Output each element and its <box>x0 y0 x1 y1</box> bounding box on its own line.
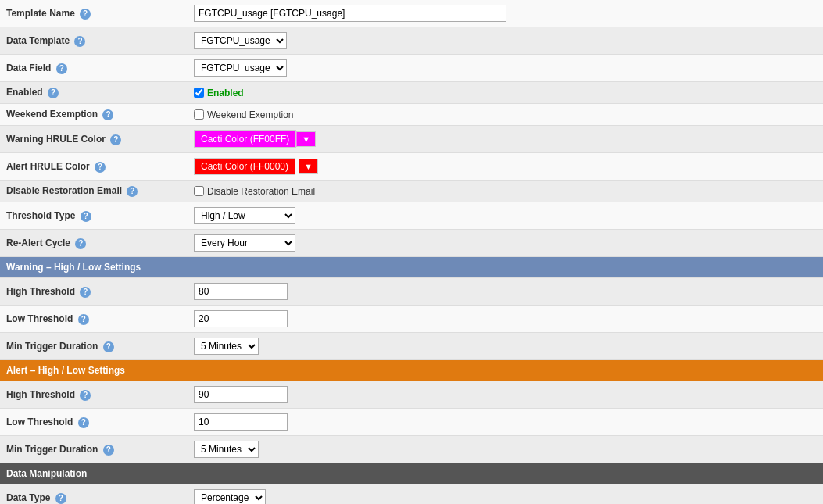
warning-min-trigger-label: Min Trigger Duration ? <box>0 333 188 360</box>
alert-section-header: Alert – High / Low Settings <box>0 360 823 381</box>
weekend-exemption-text: Weekend Exemption <box>207 109 294 120</box>
disable-restoration-label: Disable Restoration Email ? <box>0 181 188 202</box>
weekend-exemption-value-cell: Weekend Exemption <box>188 104 823 126</box>
threshold-type-row: Threshold Type ? High / Low <box>0 202 823 230</box>
weekend-exemption-label: Weekend Exemption ? <box>0 104 188 126</box>
alert-high-info-icon[interactable]: ? <box>80 390 91 401</box>
warning-section-title: Warning – High / Low Settings <box>0 257 823 278</box>
re-alert-label: Re-Alert Cycle ? <box>0 230 188 257</box>
warning-min-trigger-value-cell: 5 Minutes <box>188 333 823 360</box>
enabled-checkbox-label: Enabled <box>194 88 817 98</box>
alert-color-arrow-icon[interactable]: ▼ <box>299 159 318 174</box>
alert-low-threshold-input[interactable] <box>194 413 288 431</box>
warning-high-threshold-row: High Threshold ? <box>0 278 823 306</box>
data-field-info-icon[interactable]: ? <box>56 63 67 74</box>
disable-restoration-text: Disable Restoration Email <box>207 186 315 197</box>
data-template-select[interactable]: FGTCPU_usage <box>194 32 287 49</box>
data-template-row: Data Template ? FGTCPU_usage <box>0 27 823 55</box>
data-type-info-icon[interactable]: ? <box>55 493 66 504</box>
warning-hrule-row: Warning HRULE Color ? Cacti Color (FF00F… <box>0 126 823 153</box>
alert-color-text: Cacti Color (FF0000) <box>194 158 295 175</box>
alert-hrule-label: Alert HRULE Color ? <box>0 153 188 181</box>
data-template-value-cell: FGTCPU_usage <box>188 27 823 55</box>
data-type-row: Data Type ? Percentage <box>0 484 823 505</box>
data-manipulation-section-header: Data Manipulation <box>0 463 823 484</box>
alert-low-threshold-value-cell <box>188 409 823 436</box>
warning-high-threshold-input[interactable] <box>194 283 288 300</box>
alert-color-selector[interactable]: Cacti Color (FF0000) ▼ <box>194 158 318 175</box>
data-field-value-cell: FGTCPU_usage <box>188 55 823 82</box>
enabled-info-icon[interactable]: ? <box>48 88 59 98</box>
alert-min-trigger-info-icon[interactable]: ? <box>103 445 114 456</box>
alert-hrule-info-icon[interactable]: ? <box>95 162 106 173</box>
alert-high-threshold-row: High Threshold ? <box>0 381 823 409</box>
re-alert-row: Re-Alert Cycle ? Every Hour <box>0 230 823 257</box>
alert-high-threshold-label: High Threshold ? <box>0 381 188 409</box>
alert-high-threshold-value-cell <box>188 381 823 409</box>
warning-min-trigger-row: Min Trigger Duration ? 5 Minutes <box>0 333 823 360</box>
re-alert-info-icon[interactable]: ? <box>75 238 86 249</box>
warning-min-trigger-select[interactable]: 5 Minutes <box>194 338 259 355</box>
threshold-type-select[interactable]: High / Low <box>194 207 295 224</box>
threshold-type-info-icon[interactable]: ? <box>81 211 91 222</box>
threshold-type-label: Threshold Type ? <box>0 202 188 230</box>
weekend-exemption-row: Weekend Exemption ? Weekend Exemption <box>0 104 823 126</box>
alert-min-trigger-row: Min Trigger Duration ? 5 Minutes <box>0 436 823 463</box>
alert-low-info-icon[interactable]: ? <box>78 417 89 428</box>
warning-color-text: Cacti Color (FF00FF) <box>194 130 296 148</box>
warning-section-header: Warning – High / Low Settings <box>0 257 823 278</box>
disable-restoration-value-cell: Disable Restoration Email <box>188 181 823 202</box>
data-template-label: Data Template ? <box>0 27 188 55</box>
warning-high-threshold-label: High Threshold ? <box>0 278 188 306</box>
warning-high-threshold-value-cell <box>188 278 823 306</box>
warning-color-arrow-icon[interactable]: ▼ <box>296 131 316 147</box>
alert-hrule-row: Alert HRULE Color ? Cacti Color (FF0000)… <box>0 153 823 181</box>
template-name-value-cell <box>188 0 823 27</box>
data-type-select[interactable]: Percentage <box>194 489 266 504</box>
warning-min-trigger-info-icon[interactable]: ? <box>103 341 114 352</box>
warning-low-threshold-label: Low Threshold ? <box>0 306 188 333</box>
enabled-value-cell: Enabled <box>188 82 823 104</box>
weekend-exemption-checkbox[interactable] <box>194 109 204 120</box>
data-type-label: Data Type ? <box>0 484 188 505</box>
alert-section-title: Alert – High / Low Settings <box>0 360 823 381</box>
disable-restoration-checkbox[interactable] <box>194 186 204 196</box>
data-type-value-cell: Percentage <box>188 484 823 505</box>
warning-low-threshold-input[interactable] <box>194 310 288 327</box>
template-name-input[interactable] <box>194 5 506 22</box>
alert-min-trigger-label: Min Trigger Duration ? <box>0 436 188 463</box>
warning-hrule-value-cell: Cacti Color (FF00FF) ▼ <box>188 126 823 153</box>
template-name-info-icon[interactable]: ? <box>80 9 91 20</box>
data-field-label: Data Field ? <box>0 55 188 82</box>
data-manipulation-section-title: Data Manipulation <box>0 463 823 484</box>
warning-low-info-icon[interactable]: ? <box>78 314 89 325</box>
alert-high-threshold-input[interactable] <box>194 386 288 403</box>
disable-restoration-checkbox-label: Disable Restoration Email <box>194 186 817 197</box>
warning-high-info-icon[interactable]: ? <box>80 287 91 298</box>
settings-form: Template Name ? Data Template ? FGTCPU_u… <box>0 0 823 504</box>
data-field-row: Data Field ? FGTCPU_usage <box>0 55 823 82</box>
weekend-exemption-info-icon[interactable]: ? <box>102 109 113 120</box>
warning-low-threshold-row: Low Threshold ? <box>0 306 823 333</box>
warning-color-selector[interactable]: Cacti Color (FF00FF) ▼ <box>194 130 316 148</box>
warning-hrule-info-icon[interactable]: ? <box>110 134 121 145</box>
re-alert-select[interactable]: Every Hour <box>194 234 295 252</box>
disable-restoration-row: Disable Restoration Email ? Disable Rest… <box>0 181 823 202</box>
alert-low-threshold-row: Low Threshold ? <box>0 409 823 436</box>
template-name-label: Template Name ? <box>0 0 188 27</box>
re-alert-value-cell: Every Hour <box>188 230 823 257</box>
enabled-text: Enabled <box>207 88 244 98</box>
data-template-info-icon[interactable]: ? <box>74 36 85 47</box>
disable-restoration-info-icon[interactable]: ? <box>127 186 138 197</box>
enabled-row: Enabled ? Enabled <box>0 82 823 104</box>
enabled-checkbox[interactable] <box>194 88 204 98</box>
template-name-row: Template Name ? <box>0 0 823 27</box>
data-field-select[interactable]: FGTCPU_usage <box>194 59 287 77</box>
alert-min-trigger-select[interactable]: 5 Minutes <box>194 441 259 458</box>
alert-hrule-value-cell: Cacti Color (FF0000) ▼ <box>188 153 823 181</box>
warning-hrule-label: Warning HRULE Color ? <box>0 126 188 153</box>
alert-low-threshold-label: Low Threshold ? <box>0 409 188 436</box>
weekend-exemption-checkbox-label: Weekend Exemption <box>194 109 817 120</box>
alert-min-trigger-value-cell: 5 Minutes <box>188 436 823 463</box>
enabled-label: Enabled ? <box>0 82 188 104</box>
